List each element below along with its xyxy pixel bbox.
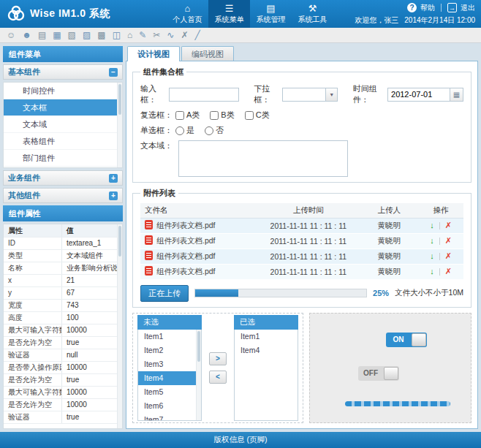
nav-label: 系统菜单 xyxy=(215,15,244,25)
accordion-business-components[interactable]: 业务组件 + xyxy=(3,170,123,186)
download-icon[interactable]: ↓ xyxy=(430,267,434,276)
sidebar-item-department-component[interactable]: 部门组件 xyxy=(4,150,122,167)
list-item[interactable]: Item7 xyxy=(138,413,201,422)
close-icon[interactable]: ✗ xyxy=(181,31,188,39)
checkbox-a[interactable]: A类 xyxy=(175,110,200,121)
delete-icon[interactable]: ✗ xyxy=(445,251,452,260)
scrollbar-thumb[interactable] xyxy=(118,84,121,115)
download-icon[interactable]: ↓ xyxy=(430,251,434,260)
property-row[interactable]: 类型文本域组件 xyxy=(4,250,122,262)
list-item[interactable]: Item1 xyxy=(138,330,201,343)
smiley-icon[interactable]: ☺ xyxy=(7,31,15,39)
property-row[interactable]: 验证器null xyxy=(4,349,122,362)
grid-icon[interactable]: ▦ xyxy=(53,31,61,39)
property-row[interactable]: 是否带入操作原因10000 xyxy=(4,362,122,374)
text-input[interactable] xyxy=(169,88,239,102)
radio-no-input[interactable] xyxy=(205,126,213,135)
dropdown-select[interactable]: ▼ xyxy=(282,88,338,102)
sidebar-item-textarea[interactable]: 文本域 xyxy=(4,116,122,133)
checkbox-c-input[interactable] xyxy=(245,111,254,120)
property-row[interactable]: 高度100 xyxy=(4,312,122,324)
radio-yes[interactable]: 是 xyxy=(175,125,194,136)
sidebar-item-table-component[interactable]: 表格组件 xyxy=(4,133,122,150)
component-list-scrollbar[interactable] xyxy=(117,83,122,167)
expand-icon[interactable]: + xyxy=(109,191,118,200)
list-item[interactable]: Item2 xyxy=(138,343,201,357)
property-row[interactable]: 是否允许为空10000 xyxy=(4,399,122,411)
tab-code-view[interactable]: 编码视图 xyxy=(181,46,234,61)
edit-icon[interactable]: ✎ xyxy=(139,31,146,39)
nav-item-home[interactable]: ⌂ 个人首页 xyxy=(167,0,208,28)
collapse-icon[interactable]: − xyxy=(109,68,118,77)
property-row[interactable]: 宽度743 xyxy=(4,300,122,312)
accordion-other-components[interactable]: 其他组件 + xyxy=(3,188,123,203)
list-item[interactable]: Item3 xyxy=(138,357,201,371)
logout-link[interactable]: 退出 xyxy=(461,3,475,13)
home-icon: ⌂ xyxy=(185,4,191,13)
checkbox-b-input[interactable] xyxy=(210,111,219,120)
list-item[interactable]: Item6 xyxy=(138,399,201,413)
list-item-selected[interactable]: Item4 xyxy=(138,371,201,385)
property-row[interactable]: 是否允许为空true xyxy=(4,374,122,387)
property-row[interactable]: y67 xyxy=(4,287,122,300)
toggle-off-switch[interactable]: OFF xyxy=(358,366,399,381)
calendar-icon[interactable]: ▦ xyxy=(450,88,463,102)
list-icon[interactable]: ▤ xyxy=(38,31,46,39)
property-row[interactable]: 最大可输入字符数10000 xyxy=(4,387,122,399)
report-icon[interactable]: ▨ xyxy=(83,31,91,39)
delete-icon[interactable]: ✗ xyxy=(445,236,452,245)
download-icon[interactable]: ↓ xyxy=(430,236,434,245)
property-row[interactable]: 最大可输入字符数10000 xyxy=(4,324,122,337)
users-icon[interactable]: ☻ xyxy=(22,31,31,39)
nav-item-system-menu[interactable]: ☰ 系统菜单 xyxy=(208,0,250,28)
cut-icon[interactable]: ✂ xyxy=(153,31,160,39)
delete-icon[interactable]: ✗ xyxy=(445,267,452,276)
toggle-knob[interactable] xyxy=(412,333,426,346)
move-left-button[interactable]: < xyxy=(209,371,227,384)
upload-progress-bar xyxy=(194,289,367,297)
sidebar-item-textbox[interactable]: 文本框 xyxy=(4,99,122,116)
sidebar-item-time-control[interactable]: 时间控件 xyxy=(4,83,122,99)
delete-icon[interactable]: ✗ xyxy=(445,221,452,229)
textarea-field[interactable] xyxy=(178,140,348,177)
nav-item-system-tools[interactable]: ⚒ 系统工具 xyxy=(292,0,333,28)
checkbox-b[interactable]: B类 xyxy=(210,110,234,121)
scrollbar-thumb[interactable] xyxy=(118,226,121,257)
radio-yes-input[interactable] xyxy=(175,126,184,135)
property-row[interactable]: x21 xyxy=(4,275,122,287)
property-row[interactable]: IDtextarea_1 xyxy=(4,238,122,250)
toggle-on-switch[interactable]: ON xyxy=(386,333,427,347)
move-right-button[interactable]: > xyxy=(209,352,227,365)
checkbox-c[interactable]: C类 xyxy=(245,110,270,121)
wave-icon[interactable]: ∿ xyxy=(167,31,174,39)
radio-no[interactable]: 否 xyxy=(205,125,224,136)
list-item[interactable]: Item1 xyxy=(235,330,298,343)
unselected-list-scrollbar[interactable] xyxy=(196,330,201,421)
list-item[interactable]: Item5 xyxy=(138,385,201,399)
property-table-scrollbar[interactable] xyxy=(117,224,122,428)
property-row[interactable]: 名称业务影响分析说明 xyxy=(4,262,122,275)
slash-icon[interactable]: ╱ xyxy=(194,31,200,39)
toggle-knob[interactable] xyxy=(384,367,398,380)
uploading-button[interactable]: 正在上传 xyxy=(140,285,189,302)
panel-icon[interactable]: ▧ xyxy=(68,31,76,39)
download-icon[interactable]: ↓ xyxy=(430,221,434,229)
expand-icon[interactable]: + xyxy=(109,174,118,183)
checkbox-a-input[interactable] xyxy=(175,111,184,120)
window-icon[interactable]: ◫ xyxy=(113,31,121,39)
app-logo-icon xyxy=(7,5,25,23)
tab-design-view[interactable]: 设计视图 xyxy=(127,46,180,61)
date-input[interactable] xyxy=(387,88,450,102)
home-small-icon[interactable]: ⌂ xyxy=(127,31,132,39)
nav-item-system-management[interactable]: ▤ 系统管理 xyxy=(250,0,292,28)
table-icon[interactable]: ▩ xyxy=(97,31,105,39)
attachment-row: 组件列表文档.pdf 2011-11-11 11 : 11 : 11 黄晓明 ↓… xyxy=(140,248,463,264)
help-link[interactable]: 帮助 xyxy=(420,3,435,13)
file-name: 组件列表文档.pdf xyxy=(156,251,216,260)
property-row[interactable]: 验证器true xyxy=(4,411,122,424)
accordion-basic-components[interactable]: 基本组件 − xyxy=(3,64,123,80)
property-row[interactable]: 是否允许为空true xyxy=(4,337,122,349)
scrollbar-thumb[interactable] xyxy=(197,331,200,362)
file-name: 组件列表文档.pdf xyxy=(156,236,216,245)
list-item[interactable]: Item4 xyxy=(235,343,298,357)
